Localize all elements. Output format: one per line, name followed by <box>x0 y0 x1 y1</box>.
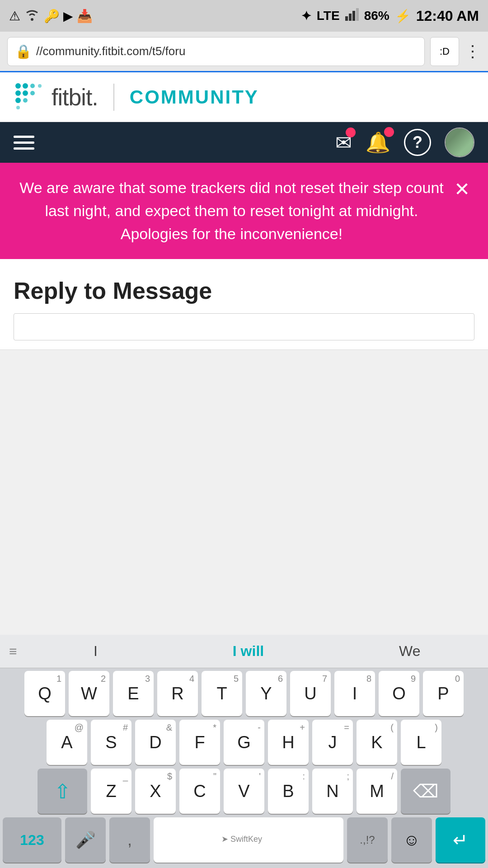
key-v[interactable]: 'V <box>224 769 264 814</box>
lte-label: LTE <box>317 9 340 23</box>
wifi-icon <box>24 8 40 24</box>
messages-badge <box>346 127 356 137</box>
key-rows: 1Q 2W 3E 4R 5T 6Y 7U 8I 9O 0P @A #S &D *… <box>0 668 488 814</box>
download-icon: 📥 <box>77 9 93 24</box>
alert-message: We are aware that some trackers did not … <box>18 176 445 245</box>
mic-key[interactable]: 🎤 <box>65 817 106 863</box>
smiley-icon: ☺ <box>404 830 420 849</box>
messages-button[interactable]: ✉ <box>335 131 352 154</box>
svg-rect-2 <box>349 14 352 21</box>
svg-point-11 <box>30 91 35 95</box>
key-r[interactable]: 4R <box>157 671 198 716</box>
num-key[interactable]: 123 <box>3 817 61 863</box>
keyboard: ≡ I I will We 1Q 2W 3E 4R 5T 6Y 7U 8I 9O… <box>0 635 488 868</box>
key-k[interactable]: (K <box>357 720 397 765</box>
key-o[interactable]: 9O <box>379 671 419 716</box>
key-q[interactable]: 1Q <box>24 671 65 716</box>
fitbit-brand-name: fitbit. <box>52 84 98 111</box>
help-button[interactable]: ? <box>404 129 431 156</box>
key-l[interactable]: )L <box>401 720 441 765</box>
hamburger-button[interactable] <box>14 136 34 150</box>
reply-title: Reply to Message <box>14 277 474 304</box>
key-h[interactable]: +H <box>268 720 309 765</box>
key-g[interactable]: -G <box>224 720 264 765</box>
suggestions-menu-icon[interactable]: ≡ <box>0 644 26 659</box>
shift-icon: ⇧ <box>54 780 71 803</box>
enter-icon: ↵ <box>453 830 468 850</box>
nav-icons: ✉ 🔔 ? <box>335 127 474 157</box>
svg-rect-3 <box>352 11 355 21</box>
svg-rect-1 <box>345 16 348 21</box>
url-text: //community.fitbit.com/t5/foru <box>36 44 417 58</box>
key-row-3: ⇧ _Z $X "C 'V :B ;N /M ⌫ <box>3 769 485 814</box>
comma-key[interactable]: , <box>109 817 150 863</box>
community-label: COMMUNITY <box>130 86 259 108</box>
svg-text:➤ SwiftKey: ➤ SwiftKey <box>221 835 262 844</box>
key-f[interactable]: *F <box>179 720 220 765</box>
svg-point-9 <box>15 90 21 96</box>
key-u[interactable]: 7U <box>290 671 331 716</box>
play-icon: ▶ <box>63 9 73 24</box>
key-row-2: @A #S &D *F -G +H =J (K )L <box>3 720 485 765</box>
time-label: 12:40 AM <box>416 8 479 24</box>
key-z[interactable]: _Z <box>91 769 131 814</box>
key-m[interactable]: /M <box>357 769 397 814</box>
tab-button[interactable]: :D <box>430 37 459 66</box>
enter-key[interactable]: ↵ <box>436 817 485 863</box>
svg-point-10 <box>23 90 28 96</box>
punct-label: .,!? <box>360 834 375 846</box>
battery-icon: ⚡ <box>395 9 411 24</box>
key-y[interactable]: 6Y <box>246 671 286 716</box>
status-bar: ⚠ 🔑 ▶ 📥 ✦ LTE 86% ⚡ 12:40 AM <box>0 0 488 32</box>
key-icon: 🔑 <box>44 9 60 24</box>
key-t[interactable]: 5T <box>202 671 242 716</box>
alert-icon: ⚠ <box>9 9 20 24</box>
svg-rect-4 <box>356 8 359 21</box>
url-bar[interactable]: 🔒 //community.fitbit.com/t5/foru <box>7 37 425 66</box>
backspace-key[interactable]: ⌫ <box>401 769 450 814</box>
svg-point-13 <box>23 98 28 103</box>
avatar-image <box>446 128 474 156</box>
svg-point-14 <box>16 106 20 109</box>
key-d[interactable]: &D <box>135 720 176 765</box>
content-area: Reply to Message <box>0 259 488 350</box>
help-icon: ? <box>413 133 422 152</box>
suggestion-2[interactable]: I will <box>224 639 273 663</box>
key-j[interactable]: =J <box>312 720 353 765</box>
browser-menu-button[interactable]: ⋮ <box>465 42 481 61</box>
svg-point-5 <box>15 83 21 89</box>
key-e[interactable]: 3E <box>113 671 154 716</box>
key-w[interactable]: 2W <box>69 671 109 716</box>
key-b[interactable]: :B <box>268 769 309 814</box>
user-avatar[interactable] <box>445 127 474 157</box>
svg-point-0 <box>31 18 33 21</box>
smiley-key[interactable]: ☺ <box>391 817 432 863</box>
browser-bar: 🔒 //community.fitbit.com/t5/foru :D ⋮ <box>0 32 488 72</box>
space-bar[interactable]: ➤ SwiftKey <box>154 817 343 863</box>
shift-key[interactable]: ⇧ <box>38 769 87 814</box>
svg-point-12 <box>15 98 21 103</box>
bottom-row: 123 🎤 , ➤ SwiftKey .,!? ☺ ↵ <box>0 817 488 868</box>
hamburger-line-2 <box>14 142 34 144</box>
key-c[interactable]: "C <box>179 769 220 814</box>
notifications-button[interactable]: 🔔 <box>366 131 390 154</box>
battery-label: 86% <box>364 9 389 23</box>
reply-input[interactable] <box>14 313 474 340</box>
swiftkey-logo: ➤ SwiftKey <box>221 833 276 847</box>
header-divider <box>113 84 114 111</box>
alert-close-button[interactable]: ✕ <box>454 178 470 200</box>
suggestion-1[interactable]: I <box>84 639 107 663</box>
hamburger-line-1 <box>14 136 34 138</box>
key-n[interactable]: ;N <box>312 769 353 814</box>
suggestion-3[interactable]: We <box>390 639 429 663</box>
key-i[interactable]: 8I <box>334 671 375 716</box>
key-s[interactable]: #S <box>91 720 131 765</box>
key-p[interactable]: 0P <box>423 671 464 716</box>
key-x[interactable]: $X <box>135 769 176 814</box>
comma-label: , <box>127 830 132 849</box>
nav-bar: ✉ 🔔 ? <box>0 122 488 163</box>
alert-banner: We are aware that some trackers did not … <box>0 163 488 259</box>
key-a[interactable]: @A <box>47 720 87 765</box>
punct-key[interactable]: .,!? <box>347 817 388 863</box>
hamburger-line-3 <box>14 147 34 150</box>
